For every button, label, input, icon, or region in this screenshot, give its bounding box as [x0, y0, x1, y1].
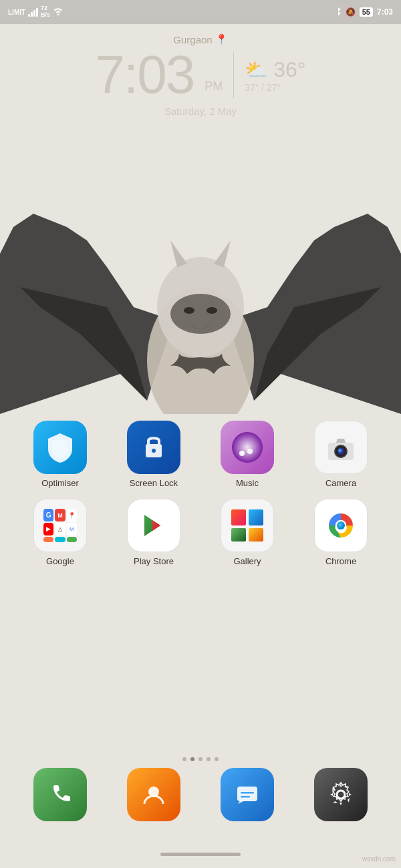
svg-rect-21 [231, 509, 246, 525]
svg-point-13 [247, 449, 253, 454]
divider [233, 51, 234, 98]
time-weather-row: 7:03 PM ⛅ 36° 37° / 27° [95, 48, 305, 101]
dot-2 [190, 757, 194, 761]
chrome-icon [314, 499, 368, 552]
bar1 [28, 14, 30, 17]
playstore-icon [127, 499, 180, 552]
settings-icon [314, 768, 368, 821]
watermark: wsxdn.com [362, 855, 396, 863]
app-optimiser[interactable]: Optimiser [23, 421, 97, 488]
time-display: 7:03 [377, 7, 393, 17]
batman-wallpaper: BATMAN [0, 187, 401, 414]
dock [0, 768, 401, 821]
bluetooth-icon [335, 7, 342, 18]
app-row-2: G M 📍 ▶ △ M Google [13, 499, 388, 566]
app-playstore[interactable]: Play Store [117, 499, 190, 566]
gallery-icon [221, 499, 274, 552]
music-label: Music [236, 478, 259, 488]
playstore-label: Play Store [134, 556, 174, 566]
optimiser-label: Optimiser [41, 478, 79, 488]
time-period: PM [205, 79, 223, 93]
dock-contacts[interactable] [117, 768, 190, 821]
svg-rect-29 [237, 787, 257, 801]
svg-point-18 [338, 448, 344, 455]
contacts-icon [127, 768, 180, 821]
weather-info: ⛅ 36° 37° / 27° [245, 57, 305, 93]
svg-rect-30 [241, 792, 254, 794]
messages-icon [221, 768, 274, 821]
app-grid: Optimiser Screen Lock [0, 421, 401, 577]
wifi-icon [53, 7, 63, 17]
camera-label: Camera [325, 478, 356, 488]
network-speed: 72B/s [41, 5, 50, 19]
status-left: LIMIT 72B/s [8, 5, 63, 19]
status-bar: LIMIT 72B/s 🔕 55 7:03 [0, 0, 401, 24]
temp-range: 37° / 27° [245, 82, 281, 93]
gallery-label: Gallery [233, 556, 261, 566]
cloud-icon: ⛅ [245, 59, 268, 81]
app-gallery[interactable]: Gallery [211, 499, 284, 566]
location-pin-icon: 📍 [215, 33, 228, 45]
svg-point-32 [337, 791, 345, 799]
svg-rect-31 [241, 796, 250, 798]
google-icon: G M 📍 ▶ △ M [33, 499, 87, 552]
optimiser-icon [33, 421, 87, 474]
page-dots [0, 757, 401, 761]
app-camera[interactable]: Camera [304, 421, 378, 488]
carrier-text: LIMIT [8, 9, 25, 16]
google-label: Google [46, 556, 74, 566]
main-time: 7:03 [95, 48, 194, 101]
svg-point-12 [239, 451, 245, 456]
bar4 [36, 8, 38, 17]
bar3 [33, 10, 35, 17]
temperature-row: ⛅ 36° [245, 57, 305, 82]
dock-phone[interactable] [23, 768, 97, 821]
app-chrome[interactable]: Chrome [304, 499, 378, 566]
date-display: Saturday, 2 May [164, 105, 237, 117]
bar2 [31, 12, 33, 17]
svg-rect-22 [249, 509, 263, 525]
svg-point-19 [339, 449, 341, 451]
svg-point-11 [232, 432, 263, 463]
dock-messages[interactable] [211, 768, 284, 821]
screenlock-icon [127, 421, 180, 474]
phone-icon [33, 768, 87, 821]
signal-bars [28, 7, 38, 17]
weather-section: Gurgaon 📍 7:03 PM ⛅ 36° 37° / 27° Saturd… [0, 33, 401, 117]
camera-icon [314, 421, 368, 474]
chrome-label: Chrome [325, 556, 356, 566]
home-indicator[interactable] [160, 853, 241, 856]
location: Gurgaon 📍 [173, 33, 227, 45]
dot-1 [182, 757, 186, 761]
dot-4 [207, 757, 211, 761]
dot-3 [198, 757, 203, 761]
svg-rect-23 [231, 528, 246, 541]
svg-point-6 [184, 307, 194, 314]
dock-settings[interactable] [304, 768, 378, 821]
screenlock-label: Screen Lock [130, 478, 178, 488]
svg-point-10 [152, 449, 156, 453]
app-row-1: Optimiser Screen Lock [13, 421, 388, 488]
app-google[interactable]: G M 📍 ▶ △ M Google [23, 499, 97, 566]
music-icon [221, 421, 274, 474]
battery-indicator: 55 [360, 7, 373, 17]
svg-point-7 [207, 307, 217, 314]
dot-5 [215, 757, 219, 761]
app-screenlock[interactable]: Screen Lock [117, 421, 190, 488]
mute-icon: 🔕 [346, 7, 356, 17]
svg-point-27 [337, 521, 345, 529]
status-right: 🔕 55 7:03 [335, 7, 393, 18]
svg-point-5 [170, 294, 231, 334]
app-music[interactable]: Music [211, 421, 284, 488]
svg-rect-24 [249, 528, 263, 541]
